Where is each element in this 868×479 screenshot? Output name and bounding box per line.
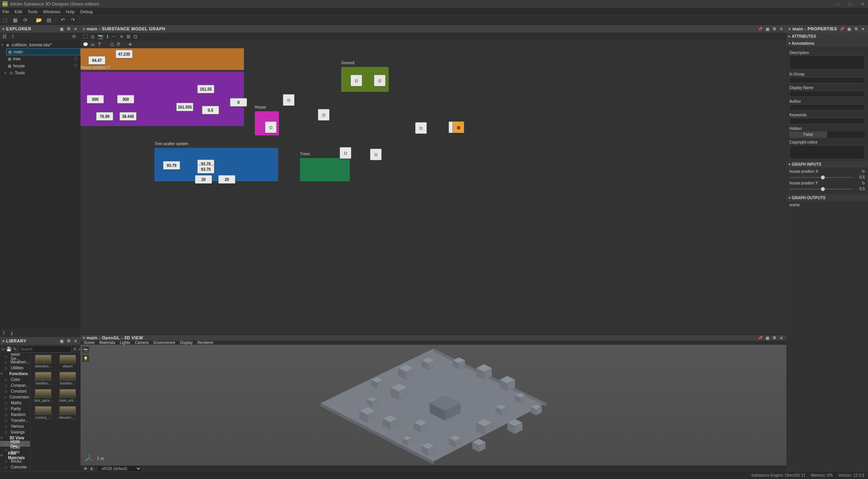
- menu-help[interactable]: Help: [66, 9, 75, 14]
- library-thumb[interactable]: elevator_...: [56, 406, 79, 423]
- refresh-icon[interactable]: ⟳: [22, 17, 29, 24]
- close-button[interactable]: ✕: [859, 2, 866, 7]
- library-tree-item[interactable]: ◇Random: [0, 412, 30, 418]
- graph-value-node[interactable]: 600: [87, 95, 104, 104]
- timer-icon[interactable]: ⏱: [116, 42, 121, 47]
- light-icon[interactable]: 💡: [82, 355, 89, 362]
- library-thumb[interactable]: bonifaci...: [56, 372, 79, 388]
- keywords-field[interactable]: [789, 118, 865, 124]
- colorspace-select[interactable]: sRGB (default): [97, 465, 142, 472]
- fit-icon[interactable]: ⛶: [83, 34, 88, 39]
- graph-value-node[interactable]: 20: [195, 175, 212, 184]
- graph-node[interactable]: ⊡: [318, 109, 330, 121]
- save-icon[interactable]: 💾: [6, 347, 12, 352]
- tree-item-house[interactable]: ▦ house ⓘ: [6, 62, 81, 69]
- close-icon[interactable]: ✕: [73, 338, 78, 344]
- pin-icon[interactable]: 📌: [758, 26, 763, 32]
- graph-value-node[interactable]: 0: [230, 98, 247, 107]
- view-menu-display[interactable]: Display: [180, 340, 193, 345]
- graph-node[interactable]: ⊡: [265, 121, 277, 133]
- ingroup-field[interactable]: [789, 77, 865, 83]
- tab-icon[interactable]: ▣: [765, 335, 770, 340]
- tab-icon[interactable]: ▣: [765, 26, 770, 32]
- tab-icon[interactable]: ▣: [59, 338, 64, 344]
- graph-value-node[interactable]: 0.5: [202, 106, 219, 114]
- section-attributes[interactable]: ▸ ATTRIBUTES: [786, 33, 868, 40]
- library-thumbs[interactable]: abandon...airportbonifaci...bonifaci...b…: [30, 353, 81, 471]
- link-icon[interactable]: ⛓: [2, 34, 9, 39]
- target-icon[interactable]: ◎: [91, 34, 95, 39]
- chevron-right-icon[interactable]: ▸: [5, 71, 9, 75]
- graph-value-node[interactable]: 300: [117, 95, 134, 104]
- grid-icon[interactable]: ⊞: [126, 34, 130, 39]
- library-tree[interactable]: ◇Mask Ge...◇Weatheri...◇Utilities▾Functi…: [0, 353, 30, 471]
- tree-item-main[interactable]: ▦ main: [6, 48, 81, 55]
- library-tree-item[interactable]: ◇Transfor...: [0, 418, 30, 423]
- library-thumb[interactable]: corsica_...: [32, 406, 55, 423]
- graph-value-node[interactable]: 93.79: [163, 161, 180, 170]
- library-tree-item[interactable]: ◇Easings: [0, 429, 30, 435]
- graph-value-node[interactable]: 47.235: [116, 50, 133, 58]
- popout-icon[interactable]: ⧉: [66, 338, 71, 344]
- graph-node[interactable]: ⊡: [340, 147, 351, 159]
- graph-value-node[interactable]: 20: [218, 175, 235, 184]
- graph-canvas[interactable]: House position YGroundHouseTree scatter …: [81, 48, 786, 335]
- section-graph-outputs[interactable]: ▾ GRAPH OUTPUTS: [786, 194, 868, 201]
- library-tree-item[interactable]: ◇Maths: [0, 400, 30, 406]
- hidden-true[interactable]: [827, 132, 865, 138]
- axis-icon[interactable]: ✛: [84, 466, 87, 471]
- graph-value-node[interactable]: 161.555: [176, 103, 193, 111]
- minimize-button[interactable]: —: [835, 2, 841, 7]
- library-tree-item[interactable]: ◇Constant: [0, 388, 30, 394]
- undo-icon[interactable]: ↶: [59, 17, 66, 24]
- close-icon[interactable]: ✕: [779, 335, 784, 340]
- view-menu-environment[interactable]: Environment: [153, 340, 175, 345]
- camera-icon[interactable]: 📷: [98, 34, 103, 39]
- library-thumb[interactable]: bonifaci...: [32, 372, 55, 388]
- displayname-field[interactable]: [789, 91, 865, 97]
- frame-icon[interactable]: ▭: [91, 42, 95, 47]
- view-menu-renderer[interactable]: Renderer: [197, 340, 214, 345]
- info-icon[interactable]: ℹ: [107, 34, 109, 39]
- hidden-toggle[interactable]: False: [789, 132, 865, 138]
- snap-icon[interactable]: ⊡: [133, 34, 137, 39]
- tab-icon[interactable]: ▣: [846, 26, 852, 32]
- hidden-false[interactable]: False: [789, 132, 827, 138]
- open-icon[interactable]: 📂: [35, 17, 42, 24]
- menu-file[interactable]: File: [2, 9, 9, 14]
- redo-icon[interactable]: ↷: [69, 17, 76, 24]
- node-icon[interactable]: ⬡: [110, 42, 114, 47]
- graph-value-node[interactable]: 93.79: [197, 165, 214, 174]
- pin-icon[interactable]: 📌: [839, 26, 845, 32]
- grid-icon[interactable]: ▦: [12, 17, 19, 24]
- graph-value-node[interactable]: 94.47: [88, 56, 105, 65]
- library-thumb[interactable]: airport: [56, 355, 79, 371]
- popout-icon[interactable]: ⧉: [66, 26, 71, 32]
- save-icon[interactable]: ▤: [46, 17, 53, 24]
- menu-edit[interactable]: Edit: [15, 9, 22, 14]
- clear-icon[interactable]: ✕: [73, 347, 77, 352]
- library-tree-item[interactable]: ◇Color: [0, 377, 30, 382]
- axis-icon[interactable]: ✛: [128, 42, 132, 47]
- search-input[interactable]: [18, 346, 72, 353]
- author-field[interactable]: [789, 104, 865, 111]
- library-tree-item[interactable]: ▾PBR Materials: [0, 453, 30, 458]
- close-icon[interactable]: ✕: [779, 26, 784, 32]
- library-tree-item[interactable]: ◇Weatheri...: [0, 359, 30, 365]
- graph-value-node[interactable]: 76.89: [96, 112, 113, 121]
- copyright-field[interactable]: [789, 145, 865, 159]
- library-thumb[interactable]: abandon...: [32, 355, 55, 371]
- graph-node[interactable]: ⊡: [351, 75, 362, 86]
- library-tree-item[interactable]: ◇Concrete: [0, 464, 30, 470]
- description-field[interactable]: [789, 56, 865, 70]
- tab-icon[interactable]: ▣: [59, 26, 64, 32]
- view-menu-scene[interactable]: Scene: [84, 340, 95, 345]
- graph-output-node[interactable]: ▦: [452, 121, 464, 133]
- library-tree-item[interactable]: ◇Compari...: [0, 382, 30, 388]
- close-icon[interactable]: ✕: [860, 26, 866, 32]
- shuffle-icon[interactable]: ⤨: [119, 34, 123, 39]
- library-tree-item[interactable]: ◇Utilities: [0, 365, 30, 371]
- view3d-canvas[interactable]: 📷 💡: [81, 345, 786, 465]
- tree-file-row[interactable]: ▾ ◆ collision_tutorial.sbs*: [0, 41, 81, 48]
- library-tree-item[interactable]: ◇Various: [0, 423, 30, 429]
